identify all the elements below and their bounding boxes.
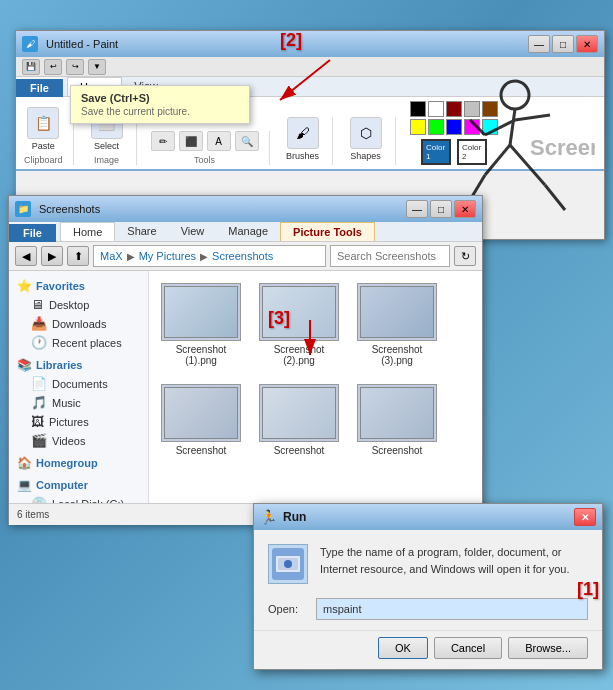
path-pictures[interactable]: My Pictures — [139, 250, 196, 262]
pictures-label: Pictures — [49, 416, 89, 428]
explorer-window-controls: — □ ✕ — [406, 200, 476, 218]
paint-window-controls: — □ ✕ — [528, 35, 598, 53]
callout-2: [2] — [280, 30, 302, 51]
recent-icon: 🕐 — [31, 335, 47, 350]
dropdown-button[interactable]: ▼ — [88, 59, 106, 75]
homegroup-header[interactable]: 🏠 Homegroup — [9, 454, 148, 472]
explorer-title: Screenshots — [39, 203, 100, 215]
homegroup-section: 🏠 Homegroup — [9, 454, 148, 472]
run-title-icon: 🏃 — [260, 509, 277, 525]
file-item-4[interactable]: Screenshot — [157, 380, 245, 460]
svg-point-0 — [501, 81, 529, 109]
fill-button[interactable]: ⬛ — [179, 131, 203, 151]
run-close-button[interactable]: ✕ — [574, 508, 596, 526]
maximize-button[interactable]: □ — [552, 35, 574, 53]
tooltip-desc: Save the current picture. — [81, 106, 239, 117]
refresh-button[interactable]: ↻ — [454, 246, 476, 266]
search-input[interactable] — [330, 245, 450, 267]
brushes-buttons: 🖌 Brushes — [284, 117, 322, 161]
minimize-button[interactable]: — — [528, 35, 550, 53]
cancel-button[interactable]: Cancel — [434, 637, 502, 659]
file-label-1: Screenshot(1).png — [176, 344, 227, 366]
tooltip-title: Save (Ctrl+S) — [81, 92, 239, 104]
clipboard-buttons: 📋 Paste — [24, 107, 62, 151]
thumb-inner-6 — [360, 387, 434, 439]
paint-titlebar: 🖌 Untitled - Paint — □ ✕ — [16, 31, 604, 57]
file-label-4: Screenshot — [176, 445, 227, 456]
file-thumb-1 — [161, 283, 241, 341]
shapes-button[interactable]: ⬡ Shapes — [347, 117, 385, 161]
up-button[interactable]: ⬆ — [67, 246, 89, 266]
explorer-tab-share[interactable]: Share — [115, 222, 168, 241]
explorer-tab-picture-tools[interactable]: Picture Tools — [280, 222, 375, 241]
libraries-header[interactable]: 📚 Libraries — [9, 356, 148, 374]
tools-buttons: ✏ ⬛ A 🔍 — [151, 131, 259, 151]
text-button[interactable]: A — [207, 131, 231, 151]
explorer-maximize-button[interactable]: □ — [430, 200, 452, 218]
explorer-sidebar: ⭐ Favorites 🖥 Desktop 📥 Downloads 🕐 Rece… — [9, 271, 149, 503]
explorer-ribbon-tabs: Home Share View Manage Picture Tools — [56, 222, 482, 242]
run-open-input[interactable] — [316, 598, 588, 620]
run-open-label: Open: — [268, 603, 308, 615]
close-button[interactable]: ✕ — [576, 35, 598, 53]
favorites-header[interactable]: ⭐ Favorites — [9, 277, 148, 295]
sidebar-item-downloads[interactable]: 📥 Downloads — [9, 314, 148, 333]
browse-button[interactable]: Browse... — [508, 637, 588, 659]
file-label-5: Screenshot — [274, 445, 325, 456]
status-text: 6 items — [17, 509, 49, 520]
pencil-button[interactable]: ✏ — [151, 131, 175, 151]
explorer-tab-home[interactable]: Home — [60, 222, 115, 241]
run-title: Run — [283, 510, 306, 524]
sidebar-item-documents[interactable]: 📄 Documents — [9, 374, 148, 393]
computer-label: Computer — [36, 479, 88, 491]
sidebar-item-localc[interactable]: 💿 Local Disk (C:) — [9, 494, 148, 503]
file-item-1[interactable]: Screenshot(1).png — [157, 279, 245, 370]
ok-button[interactable]: OK — [378, 637, 428, 659]
sidebar-item-desktop[interactable]: 🖥 Desktop — [9, 295, 148, 314]
undo-button[interactable]: ↩ — [44, 59, 62, 75]
path-max[interactable]: MaX — [100, 250, 123, 262]
computer-section: 💻 Computer 💿 Local Disk (C:) 💾 New Volum… — [9, 476, 148, 503]
file-item-5[interactable]: Screenshot — [255, 380, 343, 460]
thumb-inner-3 — [360, 286, 434, 338]
desktop-icon: 🖥 — [31, 297, 44, 312]
explorer-tab-view[interactable]: View — [169, 222, 217, 241]
sidebar-item-music[interactable]: 🎵 Music — [9, 393, 148, 412]
star-icon: ⭐ — [17, 279, 32, 293]
magnify-button[interactable]: 🔍 — [235, 131, 259, 151]
desktop-label: Desktop — [49, 299, 89, 311]
forward-button[interactable]: ▶ — [41, 246, 63, 266]
save-quick-button[interactable]: 💾 — [22, 59, 40, 75]
path-sep-2: ▶ — [200, 251, 208, 262]
file-thumb-3 — [357, 283, 437, 341]
brushes-label: Brushes — [286, 151, 319, 161]
address-bar: ◀ ▶ ⬆ MaX ▶ My Pictures ▶ Screenshots ↻ — [9, 242, 482, 271]
sidebar-item-videos[interactable]: 🎬 Videos — [9, 431, 148, 450]
run-buttons: OK Cancel Browse... — [254, 630, 602, 669]
sidebar-item-pictures[interactable]: 🖼 Pictures — [9, 412, 148, 431]
explorer-tab-manage[interactable]: Manage — [216, 222, 280, 241]
sidebar-item-recent[interactable]: 🕐 Recent places — [9, 333, 148, 352]
explorer-file-tab[interactable]: File — [9, 224, 56, 242]
address-path[interactable]: MaX ▶ My Pictures ▶ Screenshots — [93, 245, 326, 267]
file-item-3[interactable]: Screenshot(3).png — [353, 279, 441, 370]
explorer-minimize-button[interactable]: — — [406, 200, 428, 218]
computer-icon: 💻 — [17, 478, 32, 492]
explorer-close-button[interactable]: ✕ — [454, 200, 476, 218]
file-item-6[interactable]: Screenshot — [353, 380, 441, 460]
paint-file-tab[interactable]: File — [16, 79, 63, 97]
library-icon: 📚 — [17, 358, 32, 372]
recent-label: Recent places — [52, 337, 122, 349]
svg-line-5 — [515, 115, 550, 120]
paste-button[interactable]: 📋 Paste — [24, 107, 62, 151]
documents-icon: 📄 — [31, 376, 47, 391]
computer-header[interactable]: 💻 Computer — [9, 476, 148, 494]
brushes-button[interactable]: 🖌 Brushes — [284, 117, 322, 161]
pictures-icon: 🖼 — [31, 414, 44, 429]
back-button[interactable]: ◀ — [15, 246, 37, 266]
file-label-6: Screenshot — [372, 445, 423, 456]
path-screenshots[interactable]: Screenshots — [212, 250, 273, 262]
run-dialog: 🏃 Run ✕ Type the name of a program, fold… — [253, 503, 603, 670]
redo-button[interactable]: ↪ — [66, 59, 84, 75]
thumb-inner-5 — [262, 387, 336, 439]
